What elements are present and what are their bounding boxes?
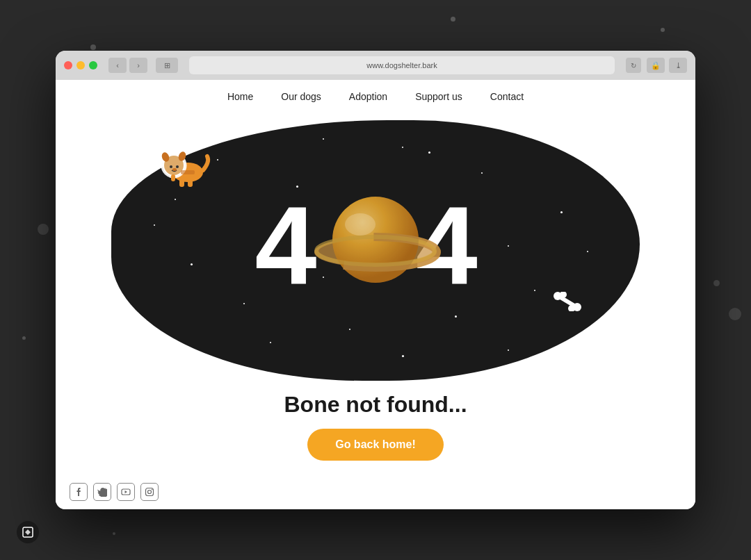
nav-home[interactable]: Home <box>227 91 253 102</box>
not-found-heading: Bone not found... <box>284 392 467 418</box>
go-home-button[interactable]: Go back home! <box>307 429 444 461</box>
space-dog <box>153 141 216 190</box>
main-content: 4 <box>56 113 695 475</box>
close-button[interactable] <box>64 61 72 69</box>
svg-point-27 <box>148 491 152 494</box>
bone-icon <box>551 292 584 311</box>
back-button[interactable]: ‹ <box>108 58 127 73</box>
refresh-button[interactable]: ↻ <box>626 58 641 73</box>
nav-adoption[interactable]: Adoption <box>349 91 387 102</box>
svg-point-28 <box>152 489 153 491</box>
svg-point-14 <box>172 168 177 171</box>
site-navigation: Home Our dogs Adoption Support us Contac… <box>56 80 695 113</box>
nav-contact[interactable]: Contact <box>490 91 524 102</box>
nav-buttons: ‹ › <box>108 58 147 73</box>
nav-support-us[interactable]: Support us <box>415 91 462 102</box>
url-text: www.dogshelter.bark <box>366 61 437 69</box>
svg-point-4 <box>332 197 419 283</box>
tab-button[interactable]: ⊞ <box>156 58 178 73</box>
squarespace-logo <box>17 521 39 543</box>
svg-point-13 <box>176 165 179 168</box>
nav-our-dogs[interactable]: Our dogs <box>281 91 321 102</box>
browser-content: Home Our dogs Adoption Support us Contac… <box>56 80 695 509</box>
twitter-icon[interactable] <box>93 483 111 501</box>
svg-point-5 <box>345 213 376 236</box>
svg-point-12 <box>170 165 172 168</box>
below-blob: Bone not found... Go back home! <box>284 392 467 461</box>
svg-rect-18 <box>181 170 195 174</box>
svg-line-19 <box>560 297 574 306</box>
svg-marker-25 <box>125 491 128 493</box>
svg-rect-17 <box>171 174 175 181</box>
minimize-button[interactable] <box>76 61 85 69</box>
space-blob: 4 <box>111 120 640 381</box>
instagram-icon[interactable] <box>140 483 159 501</box>
youtube-icon[interactable] <box>117 483 135 501</box>
site-footer <box>56 475 695 509</box>
address-bar[interactable]: www.dogshelter.bark <box>189 56 615 74</box>
share-button[interactable]: 🔒 <box>647 58 665 73</box>
browser-window: ‹ › ⊞ www.dogshelter.bark ↻ 🔒 ⤓ Home Our… <box>56 51 695 509</box>
traffic-lights <box>64 61 97 69</box>
svg-rect-16 <box>188 179 193 187</box>
maximize-button[interactable] <box>89 61 97 69</box>
browser-actions: 🔒 ⤓ <box>647 58 687 73</box>
forward-button[interactable]: › <box>129 58 147 73</box>
saturn-planet <box>306 170 445 309</box>
browser-chrome: ‹ › ⊞ www.dogshelter.bark ↻ 🔒 ⤓ <box>56 51 695 80</box>
download-button[interactable]: ⤓ <box>669 58 687 73</box>
svg-rect-15 <box>179 179 184 187</box>
facebook-icon[interactable] <box>70 483 88 501</box>
